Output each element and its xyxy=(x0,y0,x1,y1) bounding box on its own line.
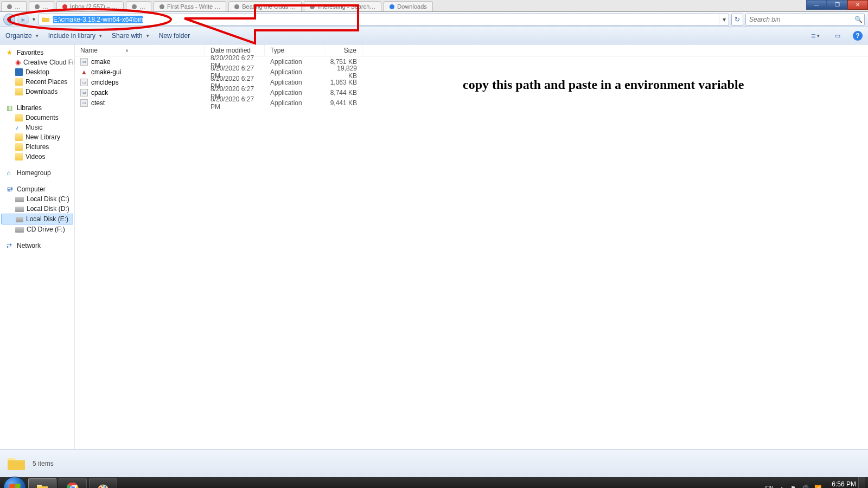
status-bar: 5 items xyxy=(0,449,868,477)
sidebar-item-downloads[interactable]: Downloads xyxy=(0,87,74,97)
tray-up-icon[interactable]: ▲ xyxy=(779,485,785,488)
file-type: Application xyxy=(265,99,324,107)
file-type: Application xyxy=(265,68,324,76)
sidebar-item-local-disk-c[interactable]: Local Disk (C:) xyxy=(0,194,74,204)
sidebar-homegroup-header[interactable]: ⌂Homegroup xyxy=(0,168,74,178)
folder-icon xyxy=(41,15,50,24)
refresh-button[interactable]: ↻ xyxy=(731,14,743,25)
share-with-menu[interactable]: Share with xyxy=(112,32,149,40)
sidebar-item-pictures[interactable]: Pictures xyxy=(0,142,74,152)
folder-icon xyxy=(15,143,23,151)
organize-menu[interactable]: Organize xyxy=(5,32,39,40)
sidebar-libraries-header[interactable]: ▥Libraries xyxy=(0,103,74,113)
tray-language[interactable]: EN xyxy=(765,485,773,488)
drive-icon xyxy=(15,207,24,212)
explorer-toolbar: Organize Include in library Share with N… xyxy=(0,27,868,44)
annotation-text: copy this path and paste in a environmen… xyxy=(463,76,744,94)
browser-tab[interactable]: Inbox (2,557) – … xyxy=(56,1,124,12)
address-bar-row: ◄ ► ▼ ▾ ↻ 🔍 xyxy=(0,12,868,27)
taskbar-chrome[interactable] xyxy=(59,478,87,488)
maximize-button[interactable]: ❐ xyxy=(827,0,847,10)
browser-tab[interactable]: Downloads xyxy=(384,1,432,12)
status-text: 5 items xyxy=(33,460,54,467)
start-button[interactable] xyxy=(3,477,26,489)
tray-volume-icon[interactable]: 🔊 xyxy=(801,485,809,489)
column-name[interactable]: Name xyxy=(75,44,205,56)
browser-tab[interactable]: … xyxy=(29,1,54,12)
search-input[interactable] xyxy=(746,14,852,25)
forward-button[interactable]: ► xyxy=(17,14,29,25)
address-dropdown-icon[interactable]: ▾ xyxy=(719,14,729,25)
browser-tab[interactable]: First Pass - Write … xyxy=(154,1,226,12)
help-button[interactable]: ? xyxy=(853,31,863,41)
tray-clock[interactable]: 6:56 PM 8/31/2020 xyxy=(827,480,856,488)
file-name: cpack xyxy=(91,89,108,97)
drive-icon xyxy=(15,197,24,202)
homegroup-icon: ⌂ xyxy=(7,169,14,177)
address-bar[interactable]: ▾ xyxy=(39,14,729,25)
folder-icon xyxy=(15,88,23,95)
file-type: Application xyxy=(265,79,324,86)
svg-point-7 xyxy=(101,485,103,486)
back-button[interactable]: ◄ xyxy=(3,14,15,25)
column-type[interactable]: Type xyxy=(265,44,324,56)
browser-tab[interactable]: Beating the Odds … xyxy=(228,1,302,12)
folder-icon xyxy=(15,78,23,86)
tray-network-icon[interactable]: 📶 xyxy=(814,485,822,489)
sidebar-network-header[interactable]: ⇄Network xyxy=(0,241,74,251)
address-input[interactable] xyxy=(52,14,719,25)
close-button[interactable]: ✕ xyxy=(847,0,868,10)
app-icon: ▭ xyxy=(80,89,88,97)
sidebar-item-new-library[interactable]: New Library xyxy=(0,132,74,142)
browser-tab[interactable]: Interesting - Search… xyxy=(304,1,381,12)
new-folder-button[interactable]: New folder xyxy=(159,32,190,40)
browser-tab[interactable]: … xyxy=(1,1,27,12)
svg-point-8 xyxy=(104,486,106,487)
sidebar-item-local-disk-e[interactable]: Local Disk (E:) xyxy=(1,214,73,224)
windows-logo-icon xyxy=(9,484,21,489)
sidebar-favorites-header[interactable]: ★Favorites xyxy=(0,48,74,57)
sidebar-computer-header[interactable]: 🖳Computer xyxy=(0,184,74,194)
computer-icon: 🖳 xyxy=(7,185,14,193)
app-icon: ▲ xyxy=(80,68,88,76)
app-icon: ▭ xyxy=(80,58,88,66)
sidebar-item-music[interactable]: ♪Music xyxy=(0,123,74,132)
file-row[interactable]: ▭ctest8/20/2020 6:27 PMApplication9,441 … xyxy=(75,98,868,108)
libraries-icon: ▥ xyxy=(7,104,14,112)
sidebar-item-creative-cloud[interactable]: ◉Creative Cloud File xyxy=(0,57,74,67)
app-icon: ▭ xyxy=(80,99,88,107)
taskbar-explorer[interactable] xyxy=(28,478,56,488)
navigation-pane: ★Favorites ◉Creative Cloud File Desktop … xyxy=(0,44,75,449)
sidebar-item-desktop[interactable]: Desktop xyxy=(0,67,74,77)
file-type: Application xyxy=(265,89,324,97)
sidebar-item-videos[interactable]: Videos xyxy=(0,152,74,162)
system-tray: EN ▲ ⚑ 🔊 📶 6:56 PM 8/31/2020 xyxy=(765,480,858,488)
search-icon[interactable]: 🔍 xyxy=(852,16,864,23)
preview-pane-button[interactable]: ▭ xyxy=(831,30,843,42)
file-type: Application xyxy=(265,58,324,66)
music-icon: ♪ xyxy=(15,124,23,131)
desktop-icon xyxy=(15,68,23,76)
sidebar-item-documents[interactable]: Documents xyxy=(0,113,74,123)
file-row[interactable]: ▭cmake8/20/2020 6:27 PMApplication8,751 … xyxy=(75,56,868,67)
file-name: ctest xyxy=(91,99,105,107)
sidebar-item-recent-places[interactable]: Recent Places xyxy=(0,77,74,87)
window-controls: — ❐ ✕ xyxy=(806,0,868,12)
search-box[interactable]: 🔍 xyxy=(745,14,865,25)
show-desktop-button[interactable] xyxy=(858,477,865,488)
sidebar-item-local-disk-d[interactable]: Local Disk (D:) xyxy=(0,204,74,214)
column-size[interactable]: Size xyxy=(324,44,362,56)
tray-flag-icon[interactable]: ⚑ xyxy=(790,485,796,489)
file-name: cmake-gui xyxy=(91,68,121,76)
include-in-library-menu[interactable]: Include in library xyxy=(48,32,102,40)
browser-tab[interactable]: … xyxy=(126,1,151,12)
file-date: 8/20/2020 6:27 PM xyxy=(205,95,265,111)
sidebar-item-cd-drive-f[interactable]: CD Drive (F:) xyxy=(0,224,74,234)
browser-tabs-peek: … … Inbox (2,557) – … … First Pass - Wri… xyxy=(0,0,868,12)
file-size: 8,744 KB xyxy=(324,89,362,97)
history-dropdown-icon[interactable]: ▼ xyxy=(31,17,36,22)
minimize-button[interactable]: — xyxy=(806,0,827,10)
view-options-button[interactable]: ≡ xyxy=(809,30,821,42)
file-size: 19,829 KB xyxy=(324,65,362,80)
taskbar-paint[interactable] xyxy=(89,478,117,488)
